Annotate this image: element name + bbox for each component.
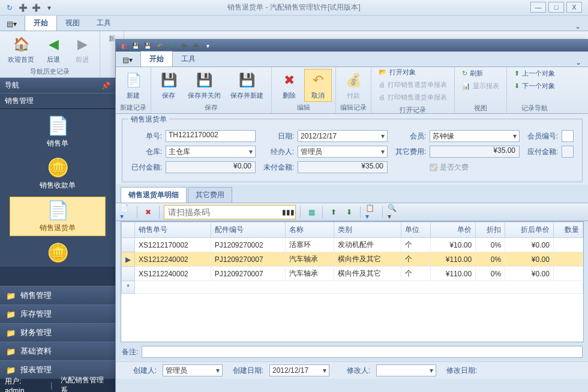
col-dprice[interactable]: 折后单价 (505, 222, 554, 238)
pushpin-icon[interactable]: 📌 (101, 82, 110, 90)
member-field[interactable]: 苏钟缘▾ (430, 130, 520, 142)
next-button[interactable]: ⬇下一个对象 (512, 80, 557, 92)
prev-button[interactable]: ⬆上一个对象 (512, 68, 557, 79)
tb-copy-icon[interactable]: 📋▾ (365, 206, 378, 219)
child-add2-icon[interactable]: ➕ (191, 41, 200, 50)
child-icon: ◧ (119, 41, 128, 50)
home-button[interactable]: 🏠 欢迎首页 (4, 33, 38, 66)
child-more-icon[interactable]: ▾ (203, 41, 212, 50)
child-save-icon[interactable]: 💾 (131, 41, 140, 50)
tb-grid-icon[interactable]: ▦ (305, 206, 318, 219)
open-object-button[interactable]: 📂打开对象 (376, 67, 449, 78)
table-row[interactable]: ▶ XS1212240002PJ1209270007汽车轴承横向件及其它个 ¥1… (122, 252, 583, 267)
col-price[interactable]: 单价 (431, 222, 476, 238)
dropdown-icon[interactable]: ▾ (44, 3, 54, 13)
add-icon[interactable]: ➕ (18, 3, 28, 13)
tab-view[interactable]: 视图 (57, 16, 88, 31)
tab-items[interactable]: 销售退货单明细 (121, 187, 187, 203)
print-icon: 🖨 (379, 81, 385, 88)
modifier-field[interactable]: ▾ (376, 364, 436, 376)
col-sale-no[interactable]: 销售单号 (135, 222, 211, 238)
folder-icon: 📁 (6, 291, 16, 300)
tab-start[interactable]: 开始 (25, 15, 57, 31)
child-undo-icon[interactable]: ↶ (155, 41, 164, 50)
col-part-no[interactable]: 配件编号 (211, 222, 285, 238)
save-icon: 💾 (159, 71, 178, 90)
paid-field: ¥0.00 (166, 161, 256, 173)
child-collapse-icon[interactable]: ⌄ (575, 58, 581, 67)
document-remove-icon: 📄 (10, 200, 105, 221)
nav-group-stock[interactable]: 📁库存管理 (0, 304, 115, 323)
minimize-button[interactable]: — (530, 2, 546, 13)
tb-down-icon[interactable]: ⬇ (343, 206, 356, 219)
refresh-icon[interactable]: ↻ (5, 3, 14, 13)
main-area: ◧ 💾 💾 ↶ ↻ ➕ ➕ ▾ ▤▾ 开始 工具 ⌄ (115, 78, 588, 392)
cancel-button[interactable]: ↶取消 (304, 69, 332, 102)
child-window: ◧ 💾 💾 ↶ ↻ ➕ ➕ ▾ ▤▾ 开始 工具 ⌄ (115, 39, 588, 392)
tb-new-icon[interactable]: 📄▾ (119, 206, 133, 219)
new-row[interactable]: * (122, 281, 583, 294)
child-tab-tools[interactable]: 工具 (173, 52, 204, 67)
col-qty[interactable]: 数量 (553, 222, 583, 238)
table-row[interactable]: XS1212170002PJ1209270002活塞环发动机配件个 ¥10.00… (122, 238, 583, 252)
child-app-menu[interactable]: ▤▾ (118, 53, 137, 67)
save-new-button[interactable]: 💾保存并新建 (226, 69, 268, 102)
child-refresh-icon[interactable]: ↻ (167, 41, 176, 50)
child-saveclose-icon[interactable]: 💾 (143, 41, 152, 50)
chevron-down-icon: ▾ (379, 132, 385, 140)
col-cat[interactable]: 类别 (334, 222, 401, 238)
sidebar-title: 导航 (5, 80, 19, 91)
new-button[interactable]: 📄新建 (119, 69, 147, 102)
app-menu-button[interactable]: ▤▾ (2, 17, 21, 31)
tb-search-icon[interactable]: 🔍▾ (387, 206, 400, 219)
nav-group-sales[interactable]: 📁销售管理 (0, 286, 115, 304)
nav-card-extra[interactable]: 🪙 (10, 240, 106, 263)
tb-up-icon[interactable]: ⬆ (327, 206, 340, 219)
col-unit[interactable]: 单位 (401, 222, 431, 238)
collapse-ribbon-icon[interactable]: ⌄ (575, 22, 581, 31)
nav-group-finance[interactable]: 📁财务管理 (0, 323, 115, 342)
barcode-input[interactable]: ▮▮▮ (164, 205, 296, 219)
print-icon: 🖨 (379, 94, 385, 101)
print2-button: 🖨打印销售退货单报表 (376, 92, 449, 103)
open-icon: 📂 (379, 68, 387, 76)
nav-group-basic[interactable]: 📁基础资料 (0, 342, 115, 360)
close-button[interactable]: X (566, 2, 582, 13)
warehouse-field[interactable]: 主仓库▾ (166, 146, 256, 158)
back-button[interactable]: ◀ 后退 (40, 33, 67, 66)
date-field[interactable]: 2012/12/17▾ (298, 130, 388, 142)
maximize-button[interactable]: □ (548, 2, 564, 13)
unpaid-field: ¥35.00 (298, 161, 388, 173)
cdate-field[interactable]: 2012/12/17▾ (269, 364, 329, 376)
footer-form: 创建人: 管理员▾ 创建日期: 2012/12/17▾ 修改人: ▾ 修改日期: (116, 361, 588, 379)
save-button[interactable]: 💾保存 (155, 69, 182, 102)
nav-card-return[interactable]: 📄 销售退货单 (10, 197, 106, 236)
nav-card-sale[interactable]: 📄 销售单 (10, 113, 106, 151)
home-icon: 🏠 (11, 35, 31, 54)
table-row[interactable]: XS1212240002PJ1209270007汽车轴承横向件及其它个 ¥110… (122, 267, 583, 281)
operator-field[interactable]: 管理员▾ (298, 146, 388, 158)
delete-button[interactable]: ✖删除 (275, 69, 303, 102)
refresh-button[interactable]: ↻刷新 (460, 68, 502, 79)
member-no-field[interactable] (562, 130, 574, 142)
detail-grid[interactable]: 销售单号 配件编号 名称 类别 单位 单价 折扣 折后单价 数量 XS12121… (121, 221, 584, 342)
coins-icon: 🪙 (10, 242, 106, 263)
col-disc[interactable]: 折扣 (476, 222, 505, 238)
child-menubar: ▤▾ 开始 工具 ⌄ (116, 52, 588, 67)
remark-input[interactable] (142, 346, 583, 358)
tab-tools[interactable]: 工具 (88, 16, 119, 31)
add-icon-2[interactable]: ➕ (31, 3, 41, 13)
up-icon: ⬆ (514, 70, 520, 77)
window-title: 销售退货单 - 汽配销售管理软件[试用版本] (227, 2, 360, 13)
status-app: 汽配销售管理系 (61, 375, 110, 392)
order-no-field[interactable]: TH1212170002 (166, 130, 256, 142)
nav-card-receipt[interactable]: 🪙 销售收款单 (10, 155, 106, 193)
tab-otherfee[interactable]: 其它费用 (188, 187, 232, 203)
col-name[interactable]: 名称 (286, 222, 334, 238)
tb-delete-icon[interactable]: ✖ (142, 206, 155, 219)
child-add-icon[interactable]: ➕ (179, 41, 188, 50)
child-tab-start[interactable]: 开始 (140, 51, 173, 67)
save-close-button[interactable]: 💾保存并关闭 (184, 69, 225, 102)
grid-toolbar: 📄▾ ✖ ▮▮▮ ▦ ⬆ ⬇ 📋▾ 🔍▾ (116, 203, 588, 221)
creator-field[interactable]: 管理员▾ (163, 364, 223, 376)
